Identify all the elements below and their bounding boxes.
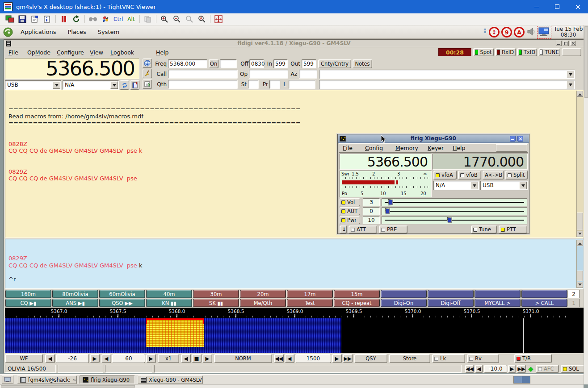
pwr-slider-handle[interactable]	[448, 217, 452, 223]
vol-slider-handle[interactable]	[389, 200, 393, 205]
scroll-up-icon[interactable]	[577, 91, 583, 97]
wf-control-1500[interactable]: 1500	[295, 354, 331, 363]
call-field[interactable]	[168, 70, 238, 79]
waterfall-display[interactable]	[5, 318, 584, 353]
volume-icon[interactable]	[526, 27, 536, 38]
chevron-down-icon[interactable]	[110, 81, 118, 89]
chevron-down-icon[interactable]	[567, 81, 574, 88]
wf-control-button[interactable]: ▶	[202, 354, 212, 363]
time-on-field[interactable]	[220, 59, 237, 68]
vnc-horizontal-scrollbar[interactable]	[0, 384, 584, 388]
wf-control-button[interactable]: ■	[192, 354, 202, 363]
vnc-close-button[interactable]	[567, 0, 588, 13]
fldigi-menu-help[interactable]: Help	[156, 47, 169, 57]
taskbar-task-fldigi[interactable]: Xiegu-G90 - GM4SLV	[138, 375, 203, 384]
desktop-menu-places[interactable]: Places	[65, 28, 88, 36]
pause-icon[interactable]	[59, 14, 69, 24]
vnc-maximize-button[interactable]	[547, 0, 567, 13]
macro-button-80molivia[interactable]: 80mOlivia	[52, 290, 98, 298]
macro-button-60molivia[interactable]: 60mOlivia	[99, 290, 145, 298]
ctrl-esc-icon[interactable]	[100, 14, 111, 24]
flrig-vfoa-button[interactable]: vfoA	[433, 171, 457, 179]
macro-button-40m[interactable]: 40m	[146, 290, 192, 298]
tray-badge-a[interactable]: A	[514, 27, 525, 38]
fldigi-close-button[interactable]	[570, 41, 576, 46]
new-connection-icon[interactable]	[4, 14, 15, 24]
alt-toggle[interactable]: Alt	[127, 16, 134, 22]
region-combo[interactable]	[319, 80, 575, 89]
fldigi-menu-file[interactable]: File	[8, 47, 18, 57]
wf-control-x1[interactable]: x1	[158, 354, 179, 363]
flrig-att-button[interactable]: ATT	[349, 225, 377, 234]
macro-button-blank[interactable]	[381, 290, 427, 298]
tx-scrollbar-thumb[interactable]	[577, 271, 583, 281]
macro-button-mycall[interactable]: MYCALL >	[475, 299, 521, 307]
rst-out-field[interactable]: 599	[302, 59, 316, 68]
applications-menu-logo-icon[interactable]	[3, 27, 13, 39]
chevron-down-icon[interactable]	[567, 71, 574, 78]
transmit-text-pane[interactable]: 0829ZCQ CQ CQ de GM4SLV GM4SLV GM4SLV ps…	[5, 239, 584, 289]
zoom-auto-icon[interactable]: A	[197, 14, 207, 24]
macro-button-sk[interactable]: SK ▮▮	[193, 299, 239, 307]
connection-options-icon[interactable]	[29, 14, 40, 24]
collapse-panel-button[interactable]: ↓	[340, 225, 347, 234]
save-qso-icon[interactable]	[143, 79, 152, 89]
macro-button-blank[interactable]	[475, 290, 521, 298]
pwr-button[interactable]: Pwr	[340, 216, 360, 224]
vol-slider[interactable]	[382, 198, 527, 206]
aut-button[interactable]: AUT	[340, 207, 360, 215]
vnc-hscroll-thumb[interactable]	[1, 385, 135, 388]
desktop-menu-applications[interactable]: Applications	[18, 28, 59, 36]
fldigi-maximize-button[interactable]	[563, 41, 569, 46]
macro-button-digi-off[interactable]: Digi-Off	[428, 299, 474, 307]
fldigi-menu-configure[interactable]: Configure	[57, 47, 84, 57]
flrig-ptt-button[interactable]: PTT	[499, 225, 527, 234]
ctrl-toggle[interactable]: Ctrl	[113, 16, 123, 22]
wf-control-button[interactable]: ◀	[285, 354, 294, 363]
tray-grip[interactable]	[484, 29, 486, 36]
flrig-split-button[interactable]: Split	[505, 171, 528, 179]
mode-select[interactable]: USB	[5, 80, 61, 90]
macro-button-30m[interactable]: 30m	[193, 290, 239, 298]
ctrl-alt-del-icon[interactable]	[88, 14, 98, 24]
vnc-minimize-button[interactable]	[526, 0, 547, 13]
wf-control-norm[interactable]: NORM	[214, 354, 272, 363]
wf-control-button[interactable]: ◀◀	[274, 354, 284, 363]
macro-page-indicator-2[interactable]: 2	[568, 290, 580, 298]
save-session-icon[interactable]	[17, 14, 28, 24]
country-combo[interactable]	[319, 70, 575, 79]
macro-button-kn[interactable]: KN ▮▮	[146, 299, 192, 307]
time-on-button[interactable]: On	[209, 59, 218, 68]
wf-control-wf[interactable]: WF	[5, 354, 43, 363]
chevron-down-icon[interactable]	[53, 81, 60, 89]
status-button[interactable]: ◀	[475, 365, 483, 373]
status-10-0[interactable]: -10.0	[484, 365, 507, 373]
chevron-down-icon[interactable]	[470, 182, 478, 189]
macro-button-blank[interactable]	[428, 290, 474, 298]
tray-badge-button[interactable]: ↕	[489, 27, 500, 38]
connection-info-icon[interactable]	[42, 14, 53, 24]
fldigi-minimize-button[interactable]	[556, 41, 562, 46]
desktop-menu-system[interactable]: System	[95, 28, 122, 36]
vol-button[interactable]: Vol	[340, 198, 360, 206]
fldigi-menu-logbook[interactable]: Logbook	[110, 47, 134, 57]
macro-button-qso[interactable]: QSO ▶▶	[99, 299, 145, 307]
remote-desktop-icon[interactable]	[538, 27, 550, 38]
macro-button-me-qth[interactable]: Me/Qth	[240, 299, 286, 307]
fldigi-menu-view[interactable]: View	[90, 47, 103, 57]
az-field[interactable]	[299, 70, 317, 79]
toggle-tune[interactable]: TUNE	[538, 48, 560, 56]
rig-sync-icon[interactable]	[120, 80, 129, 90]
status-afc[interactable]: AFC	[536, 365, 559, 373]
macro-button-cq[interactable]: CQ ▶▮	[5, 299, 51, 307]
wf-control-button[interactable]: ▶	[146, 354, 156, 363]
vfo-a-frequency-display[interactable]: 5366.500	[340, 154, 432, 170]
clear-fields-broom-icon[interactable]	[143, 69, 152, 78]
taskbar-task-terminal[interactable]: [gm4slv@shack: ~/bin]	[17, 375, 77, 384]
wf-control-button[interactable]: ◀	[181, 354, 191, 363]
scroll-down-icon[interactable]	[577, 231, 583, 237]
wf-control-button[interactable]: ▶	[332, 354, 342, 363]
flrig-menu-memory[interactable]: Memory	[395, 144, 418, 152]
wf-control-lk[interactable]: Lk	[432, 354, 465, 363]
pwr-slider[interactable]	[382, 216, 527, 224]
